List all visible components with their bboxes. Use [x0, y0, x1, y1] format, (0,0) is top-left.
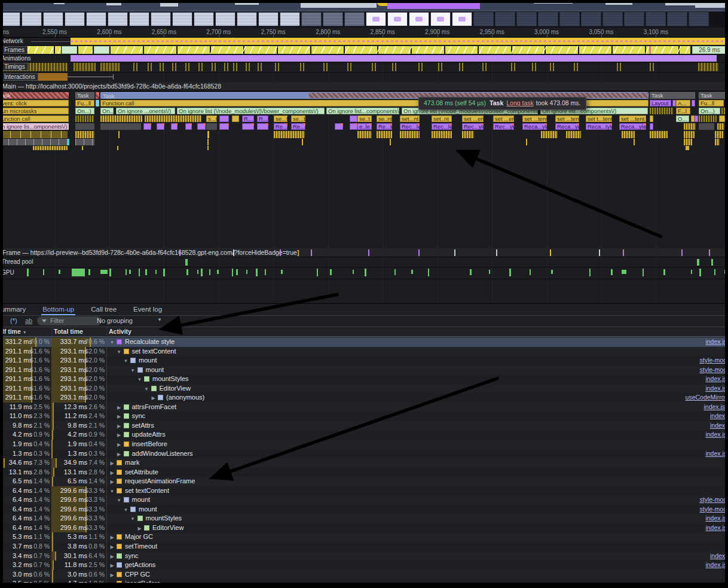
flame-box[interactable]: [721, 108, 728, 114]
source-link[interactable]: useCodeMirror: [686, 393, 727, 403]
collapse-arrow-icon[interactable]: ▼: [136, 375, 143, 385]
flame-box[interactable]: [695, 115, 698, 122]
flame-box[interactable]: [171, 123, 178, 130]
flame-box[interactable]: [185, 123, 192, 130]
tab-event-log[interactable]: Event log: [132, 304, 163, 315]
collapse-arrow-icon[interactable]: ▼: [130, 366, 136, 376]
thumbnail[interactable]: [366, 12, 386, 26]
flame-box[interactable]: O...: [676, 115, 689, 122]
flame-box[interactable]: [650, 108, 674, 114]
tab-bottom-up[interactable]: Bottom-up: [41, 304, 75, 315]
flame-box[interactable]: [145, 115, 201, 122]
table-row[interactable]: 3.7 ms0.8 %3.8 ms0.8 %▶setTimeout: [0, 542, 728, 552]
thumbnail[interactable]: [559, 12, 580, 26]
flame-box[interactable]: [242, 123, 254, 130]
flame-box[interactable]: ask: [0, 92, 69, 99]
table-row[interactable]: 3.0 ms0.6 %3.0 ms0.6 %▶CPP GC: [0, 570, 728, 580]
table-row[interactable]: 4.2 ms0.9 %4.2 ms0.9 %▶updateAttrsindex.…: [0, 430, 728, 440]
flame-box[interactable]: [684, 123, 696, 130]
flame-box[interactable]: On ignore ...onents\/): [116, 108, 175, 114]
table-row[interactable]: 291.1 ms61.6 %293.1 ms62.0 %▼EditorViewi…: [0, 384, 728, 394]
flame-box[interactable]: [699, 115, 717, 122]
thumbnail[interactable]: [280, 12, 300, 26]
match-case-icon[interactable]: Aa: [0, 317, 2, 324]
thumbnail[interactable]: [237, 12, 257, 26]
thumbnail[interactable]: [646, 12, 666, 26]
flame-box[interactable]: [96, 92, 99, 99]
flame-box[interactable]: [219, 115, 229, 122]
expand-arrow-icon[interactable]: ▶: [109, 543, 115, 552]
grouping-select[interactable]: No grouping: [97, 317, 133, 324]
source-link[interactable]: index.js: [705, 523, 727, 533]
expand-arrow-icon[interactable]: ▶: [109, 477, 115, 487]
flame-box-recalculate-style[interactable]: Reca...tyle: [586, 123, 612, 130]
flame-box[interactable]: [257, 123, 268, 130]
thumbnail[interactable]: [215, 12, 235, 26]
expand-arrow-icon[interactable]: ▶: [116, 440, 123, 450]
flame-box[interactable]: [725, 100, 728, 106]
collapse-arrow-icon[interactable]: ▼: [116, 496, 123, 505]
flame-box[interactable]: [100, 123, 141, 130]
flame-box[interactable]: Fu...ll: [75, 100, 94, 106]
flame-box[interactable]: A...: [676, 100, 690, 106]
thumbnail[interactable]: [323, 12, 343, 26]
flame-box[interactable]: On ignore list (\/node_modules\/|\/bower…: [177, 108, 325, 114]
flame-box-recalculate-style[interactable]: Re...le: [291, 123, 305, 130]
source-link[interactable]: index.js: [705, 374, 727, 384]
source-link[interactable]: index.js: [705, 337, 727, 347]
table-row[interactable]: 6.4 ms1.4 %299.6 ms63.3 %▼mountstyle-mod: [0, 495, 728, 505]
thumbnail[interactable]: [151, 12, 171, 26]
thumbnail[interactable]: [344, 12, 365, 26]
expand-arrow-icon[interactable]: ▶: [109, 533, 115, 543]
expand-arrow-icon[interactable]: ▶: [116, 431, 123, 440]
flame-box[interactable]: Fu...ll: [699, 100, 724, 106]
flame-box-set-textcontent[interactable]: se..t: [357, 115, 372, 122]
thumbnail[interactable]: [473, 12, 494, 26]
flame-box[interactable]: s...t: [206, 115, 217, 122]
filter-input[interactable]: Filter: [37, 316, 102, 325]
table-row[interactable]: 6.4 ms1.4 %299.6 ms63.3 %▶EditorViewinde…: [0, 523, 728, 533]
table-row[interactable]: 3.4 ms0.7 %30.1 ms6.4 %▶syncindex.: [0, 552, 728, 561]
source-link[interactable]: style-mod: [699, 365, 727, 375]
source-link[interactable]: style-mod: [699, 495, 727, 505]
expand-arrow-icon[interactable]: ▶: [136, 524, 143, 534]
source-link[interactable]: style-mod: [699, 505, 727, 514]
flame-box[interactable]: [96, 100, 99, 106]
table-row[interactable]: 13.1 ms2.8 %13.1 ms2.8 %▶setAttribute: [0, 468, 728, 477]
table-row[interactable]: 1.9 ms0.4 %1.9 ms0.4 %▶insertBefore: [0, 440, 728, 449]
table-row[interactable]: 291.1 ms61.6 %293.1 ms62.0 %▶(anonymous)…: [0, 393, 728, 403]
flame-box[interactable]: n ignore lis...omponents\/): [0, 123, 69, 130]
thumbnail[interactable]: [516, 12, 537, 26]
flame-box-set-textcontent[interactable]: set ...tent: [522, 115, 547, 122]
thumbnail[interactable]: [22, 12, 42, 26]
source-link[interactable]: style-mod: [699, 356, 727, 365]
whole-word-icon[interactable]: ab: [25, 317, 32, 324]
flame-box-set-textcontent[interactable]: set...nt: [400, 115, 420, 122]
thumbnail[interactable]: [108, 12, 128, 26]
thumbnail[interactable]: [172, 12, 192, 26]
table-row[interactable]: 6.5 ms1.4 %6.5 ms1.4 %▶requestAnimationF…: [0, 477, 728, 486]
flame-box-set-textcontent[interactable]: se..nt: [377, 115, 392, 122]
flame-box-recalculate-style[interactable]: Reca...yle: [522, 123, 547, 130]
table-row[interactable]: 9.8 ms2.1 %9.8 ms2.1 %▶setAttrsindex.: [0, 421, 728, 431]
flame-box-recalculate-style[interactable]: Rec...le: [432, 123, 452, 130]
thumbnail[interactable]: [689, 12, 709, 26]
thumbnail[interactable]: [409, 12, 429, 26]
flame-box[interactable]: [206, 123, 217, 130]
table-row[interactable]: 291.1 ms61.6 %293.1 ms62.0 %▼mountstyle-…: [0, 356, 728, 365]
collapse-arrow-icon[interactable]: ▼: [123, 357, 129, 366]
flame-box[interactable]: [143, 123, 151, 130]
column-header-self-time[interactable]: Self time ▼: [0, 328, 27, 335]
flame-box-set-textcontent[interactable]: set ...ent: [462, 115, 484, 122]
regex-icon[interactable]: (*): [10, 317, 17, 324]
source-link[interactable]: index.: [710, 421, 727, 431]
flame-box-recalculate-style[interactable]: e..le: [357, 123, 372, 130]
flame-box[interactable]: [197, 123, 206, 130]
flame-box[interactable]: Task: [650, 92, 695, 99]
source-link[interactable]: index.js: [705, 514, 727, 523]
flame-box[interactable]: [157, 123, 164, 130]
main-thread-header[interactable]: Main — http://localhost:3000/projects/bd…: [0, 82, 728, 91]
table-row[interactable]: 34.6 ms7.3 %34.9 ms7.4 %▶mark: [0, 458, 728, 468]
flame-box-recalculate-style[interactable]: Rec...yle: [493, 123, 514, 130]
expand-arrow-icon[interactable]: ▶: [109, 561, 115, 571]
